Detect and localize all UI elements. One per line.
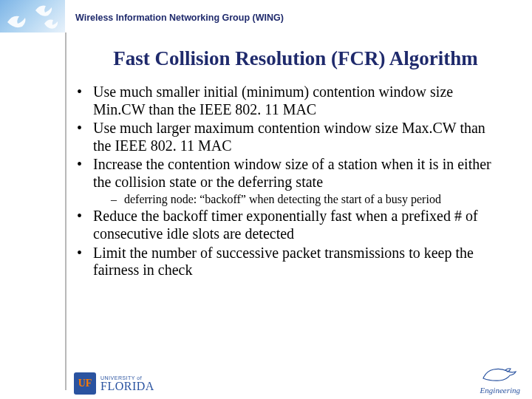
- bullet-text: Limit the number of successive packet tr…: [93, 245, 474, 279]
- sub-bullet-text: deferring node: “backoff” when detecting…: [124, 193, 441, 205]
- gator-icon: [480, 364, 520, 383]
- engineering-text: Engineering: [480, 386, 520, 395]
- uf-big-text: FLORIDA: [100, 381, 154, 392]
- bullet-text: Reduce the backoff timer exponentially f…: [93, 208, 478, 242]
- bullet-item: Use much smaller initial (minimum) conte…: [74, 83, 502, 118]
- footer: UF UNIVERSITY of FLORIDA Engineering: [0, 364, 532, 399]
- uf-logo: UF UNIVERSITY of FLORIDA: [74, 372, 154, 395]
- header-separator: [65, 0, 75, 33]
- bullet-text: Use much smaller initial (minimum) conte…: [93, 83, 453, 117]
- bullet-text: Use much larger maximum contention windo…: [93, 120, 485, 154]
- uf-mark-icon: UF: [74, 372, 96, 395]
- bullet-item: Use much larger maximum contention windo…: [74, 120, 502, 154]
- header-decorative-image: [0, 0, 65, 33]
- uf-wordmark: UNIVERSITY of FLORIDA: [100, 375, 154, 392]
- slide-title: Fast Collision Resolution (FCR) Algorith…: [89, 47, 502, 70]
- sub-bullet-item: deferring node: “backoff” when detecting…: [111, 193, 502, 207]
- bullet-text: Increase the contention window size of a…: [93, 156, 491, 190]
- bullet-item: Limit the number of successive packet tr…: [74, 245, 502, 279]
- vertical-divider: [65, 33, 66, 390]
- header: Wireless Information Networking Group (W…: [0, 0, 532, 33]
- bullet-item: Reduce the backoff timer exponentially f…: [74, 208, 502, 242]
- bullet-item: Increase the contention window size of a…: [74, 156, 502, 206]
- header-group-name: Wireless Information Networking Group (W…: [75, 10, 284, 23]
- engineering-logo: Engineering: [480, 364, 520, 395]
- slide-body: Use much smaller initial (minimum) conte…: [74, 83, 502, 279]
